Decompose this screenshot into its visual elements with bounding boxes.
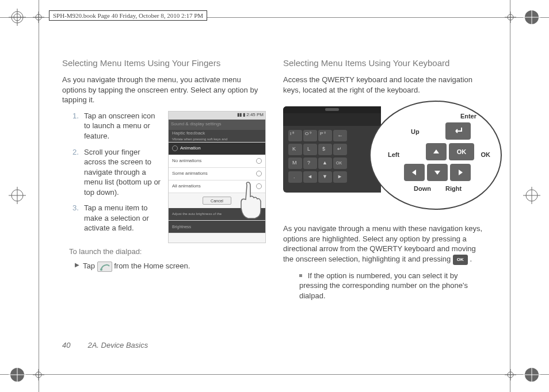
sub-heading-dialpad: To launch the dialpad: (69, 247, 266, 257)
radio-icon (256, 171, 262, 176)
right-key-icon (450, 164, 471, 181)
label-right: Right (445, 185, 462, 193)
key-l: L (303, 144, 317, 155)
right-column: Selecting Menu Items Using Your Keyboard… (283, 57, 487, 358)
setting-brightness: Brightness (169, 221, 265, 233)
option-label: Some animations (172, 171, 208, 177)
triangle-bullet-icon: ▶ (75, 261, 83, 272)
key-left: ◄ (303, 171, 317, 183)
intro-text: As you navigate through the menu, you ac… (62, 75, 266, 105)
step-2: 2. Scroll your finger across the screen … (62, 147, 162, 198)
label-ok: OK (481, 151, 491, 159)
crosshair-icon (502, 9, 519, 26)
option-label: All animations (172, 183, 201, 190)
registration-mark-icon (9, 9, 26, 26)
crop-line-right (510, 0, 510, 392)
key-question: ? (303, 157, 317, 169)
key-p: P ⁰ (318, 130, 332, 141)
crosshair-icon (502, 366, 519, 383)
bullet-numbered-option: If the option is numbered, you can selec… (299, 271, 487, 301)
setting-label: Haptic feedback (172, 130, 227, 137)
crosshair-icon (30, 9, 47, 26)
step-text: Tap a menu item to make a selection or a… (84, 203, 162, 233)
key-i: I ⁸ (288, 130, 302, 141)
status-time: 2:45 PM (246, 112, 264, 118)
ok-key-icon: OK (449, 143, 474, 160)
svg-point-31 (100, 268, 102, 271)
key-m: M (288, 157, 302, 169)
registration-mark-icon (9, 187, 26, 204)
para-navigate: As you navigate through a menu with thes… (283, 224, 487, 264)
up-key-icon (426, 143, 447, 160)
screen-title: Sound & display settings (169, 120, 265, 130)
setting-sublabel: Vibrate when pressing soft keys and (172, 137, 227, 141)
cancel-button: Cancel (203, 197, 231, 205)
key-right: ► (333, 171, 347, 183)
left-column: Selecting Menu Items Using Your Fingers … (62, 57, 266, 358)
page-footer: 40 2A. Device Basics (62, 341, 148, 349)
square-bullet-icon (299, 274, 302, 277)
step-3: 3. Tap a menu item to make a selection o… (62, 203, 162, 233)
navigation-callout: Enter Up Left OK Down Right OK (369, 101, 502, 210)
speaker-icon (325, 108, 339, 111)
battery-icon: ▮ (243, 112, 245, 118)
key-backspace: ← (333, 130, 347, 141)
info-icon (172, 145, 178, 151)
status-bar: ▮▮ ▮ 2:45 PM (169, 112, 265, 120)
ok-button-icon: OK (453, 255, 468, 265)
bullet-text-post: from the Home screen. (114, 262, 190, 270)
key-enter: ↵ (333, 144, 347, 155)
label-enter: Enter (460, 112, 476, 121)
heading-keyboard: Selecting Menu Items Using Your Keyboard (283, 57, 487, 69)
key-up: ▲ (318, 157, 332, 169)
option-label: No animations (172, 158, 201, 164)
crop-line-left (39, 0, 39, 392)
dialpad-icon (97, 262, 112, 272)
down-key-icon (427, 164, 448, 181)
registration-mark-icon (523, 9, 540, 26)
phone-screenshot: ▮▮ ▮ 2:45 PM Sound & display settings Ha… (168, 111, 266, 243)
crop-line-bottom (0, 374, 549, 375)
setting-haptic: Haptic feedback Vibrate when pressing so… (169, 130, 265, 143)
bullet-text: If the option is numbered, you can selec… (299, 271, 468, 300)
step-text: Scroll your finger across the screen to … (84, 147, 162, 198)
label-left: Left (388, 151, 399, 159)
crosshair-icon (30, 366, 47, 383)
bullet-text-pre: Tap (83, 262, 97, 270)
registration-mark-icon (523, 187, 540, 204)
label-down: Down (414, 185, 431, 193)
label-up: Up (411, 128, 420, 136)
step-1: 1. Tap an onscreen icon to launch a menu… (62, 111, 162, 141)
page-header: SPH-M920.book Page 40 Friday, October 8,… (49, 10, 207, 21)
step-number: 1. (73, 111, 84, 141)
bullet-tap-dialpad: ▶ Tap from the Home screen. (75, 261, 266, 272)
key-ok: OK (333, 157, 347, 169)
key-dollar: $ (318, 144, 332, 155)
keyboard-body: I ⁸ O ⁹ P ⁰ ← K L $ ↵ M ? ▲ OK (283, 106, 381, 193)
step-number: 3. (73, 203, 84, 233)
key-k: K (288, 144, 302, 155)
step-text: Tap an onscreen icon to launch a menu or… (84, 111, 162, 141)
section-title: 2A. Device Basics (87, 341, 148, 349)
intro-text: Access the QWERTY keyboard and locate th… (283, 75, 487, 95)
hand-pointer-icon (235, 179, 266, 220)
signal-icon: ▮▮ (237, 112, 242, 118)
dialog-title: Animation (169, 143, 265, 155)
left-key-icon (404, 164, 425, 181)
key-down: ▼ (318, 171, 332, 183)
para-text-post: . (470, 255, 472, 263)
registration-mark-icon (523, 366, 540, 383)
registration-mark-icon (9, 366, 26, 383)
step-number: 2. (73, 147, 84, 198)
key-period: . (288, 171, 302, 183)
heading-fingers: Selecting Menu Items Using Your Fingers (62, 57, 266, 69)
bullet-text: Tap from the Home screen. (83, 261, 190, 272)
ok-key-label: OK (457, 148, 467, 156)
key-o: O ⁹ (303, 130, 317, 141)
keyboard-diagram: I ⁸ O ⁹ P ⁰ ← K L $ ↵ M ? ▲ OK (283, 101, 487, 216)
radio-icon (256, 158, 262, 164)
option-some-animations: Some animations (169, 168, 265, 180)
enter-key-icon (445, 122, 471, 140)
page-number: 40 (62, 341, 70, 349)
option-no-animations: No animations (169, 155, 265, 168)
